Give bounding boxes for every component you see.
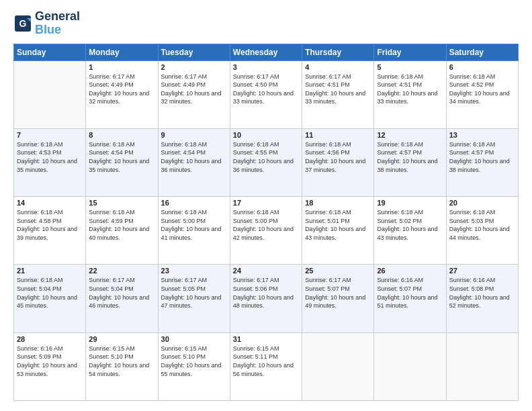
day-info: Sunrise: 6:16 AM Sunset: 5:08 PM Dayligh…	[449, 276, 515, 310]
calendar-table: SundayMondayTuesdayWednesdayThursdayFrid…	[13, 44, 519, 401]
day-number: 16	[161, 199, 227, 207]
calendar-cell	[446, 332, 518, 400]
calendar-cell: 6Sunrise: 6:18 AM Sunset: 4:52 PM Daylig…	[446, 60, 518, 128]
day-info: Sunrise: 6:18 AM Sunset: 4:57 PM Dayligh…	[377, 140, 443, 174]
weekday-header: Monday	[86, 44, 158, 60]
day-info: Sunrise: 6:18 AM Sunset: 4:51 PM Dayligh…	[377, 73, 443, 106]
calendar-cell: 18Sunrise: 6:18 AM Sunset: 5:01 PM Dayli…	[302, 197, 374, 265]
logo: G GeneralBlue	[13, 10, 80, 37]
calendar-week-row: 1Sunrise: 6:17 AM Sunset: 4:49 PM Daylig…	[14, 60, 519, 128]
day-info: Sunrise: 6:17 AM Sunset: 5:07 PM Dayligh…	[305, 276, 371, 310]
day-number: 21	[17, 267, 83, 275]
day-info: Sunrise: 6:17 AM Sunset: 5:05 PM Dayligh…	[161, 276, 227, 310]
day-number: 31	[233, 335, 299, 343]
day-number: 13	[449, 131, 515, 139]
calendar-week-row: 7Sunrise: 6:18 AM Sunset: 4:53 PM Daylig…	[14, 128, 519, 196]
day-info: Sunrise: 6:18 AM Sunset: 4:53 PM Dayligh…	[17, 140, 83, 174]
calendar-cell	[14, 60, 86, 128]
day-number: 4	[305, 63, 371, 71]
day-info: Sunrise: 6:16 AM Sunset: 5:07 PM Dayligh…	[377, 276, 443, 310]
day-number: 14	[17, 199, 83, 207]
calendar-cell: 4Sunrise: 6:17 AM Sunset: 4:51 PM Daylig…	[302, 60, 374, 128]
day-info: Sunrise: 6:18 AM Sunset: 5:04 PM Dayligh…	[17, 276, 83, 310]
calendar-cell	[302, 332, 374, 400]
day-number: 2	[161, 63, 227, 71]
calendar-cell: 15Sunrise: 6:18 AM Sunset: 4:59 PM Dayli…	[86, 197, 158, 265]
day-info: Sunrise: 6:18 AM Sunset: 4:52 PM Dayligh…	[449, 73, 515, 106]
calendar-cell: 2Sunrise: 6:17 AM Sunset: 4:49 PM Daylig…	[158, 60, 230, 128]
calendar-cell: 8Sunrise: 6:18 AM Sunset: 4:54 PM Daylig…	[86, 128, 158, 196]
calendar-cell: 3Sunrise: 6:17 AM Sunset: 4:50 PM Daylig…	[230, 60, 302, 128]
day-info: Sunrise: 6:18 AM Sunset: 4:55 PM Dayligh…	[233, 140, 299, 174]
day-info: Sunrise: 6:18 AM Sunset: 5:03 PM Dayligh…	[449, 208, 515, 242]
day-info: Sunrise: 6:18 AM Sunset: 4:57 PM Dayligh…	[449, 140, 515, 174]
day-number: 8	[89, 131, 154, 139]
calendar-cell: 10Sunrise: 6:18 AM Sunset: 4:55 PM Dayli…	[230, 128, 302, 196]
calendar-cell: 28Sunrise: 6:16 AM Sunset: 5:09 PM Dayli…	[14, 332, 86, 400]
day-info: Sunrise: 6:18 AM Sunset: 5:02 PM Dayligh…	[377, 208, 443, 242]
calendar-cell: 14Sunrise: 6:18 AM Sunset: 4:58 PM Dayli…	[14, 197, 86, 265]
day-info: Sunrise: 6:15 AM Sunset: 5:10 PM Dayligh…	[161, 345, 227, 378]
calendar-cell	[374, 332, 446, 400]
day-number: 9	[161, 131, 227, 139]
day-number: 27	[449, 267, 515, 275]
day-info: Sunrise: 6:17 AM Sunset: 5:06 PM Dayligh…	[233, 276, 299, 310]
day-number: 20	[449, 199, 515, 207]
header: G GeneralBlue	[13, 10, 519, 37]
day-number: 7	[17, 131, 83, 139]
calendar-week-row: 14Sunrise: 6:18 AM Sunset: 4:58 PM Dayli…	[14, 197, 519, 265]
weekday-header: Wednesday	[230, 44, 302, 60]
calendar-cell: 7Sunrise: 6:18 AM Sunset: 4:53 PM Daylig…	[14, 128, 86, 196]
page: G GeneralBlue SundayMondayTuesdayWednesd…	[0, 0, 532, 411]
calendar-cell: 31Sunrise: 6:15 AM Sunset: 5:11 PM Dayli…	[230, 332, 302, 400]
day-number: 24	[233, 267, 299, 275]
day-info: Sunrise: 6:17 AM Sunset: 4:49 PM Dayligh…	[89, 73, 154, 106]
calendar-cell: 17Sunrise: 6:18 AM Sunset: 5:00 PM Dayli…	[230, 197, 302, 265]
day-number: 3	[233, 63, 299, 71]
calendar-cell: 27Sunrise: 6:16 AM Sunset: 5:08 PM Dayli…	[446, 265, 518, 332]
day-number: 12	[377, 131, 443, 139]
calendar-cell: 19Sunrise: 6:18 AM Sunset: 5:02 PM Dayli…	[374, 197, 446, 265]
calendar-cell: 20Sunrise: 6:18 AM Sunset: 5:03 PM Dayli…	[446, 197, 518, 265]
weekday-header: Sunday	[14, 44, 86, 60]
calendar-week-row: 21Sunrise: 6:18 AM Sunset: 5:04 PM Dayli…	[14, 265, 519, 332]
day-info: Sunrise: 6:18 AM Sunset: 5:00 PM Dayligh…	[233, 208, 299, 242]
day-info: Sunrise: 6:17 AM Sunset: 5:04 PM Dayligh…	[89, 276, 154, 310]
day-info: Sunrise: 6:17 AM Sunset: 4:50 PM Dayligh…	[233, 73, 299, 106]
day-number: 18	[305, 199, 371, 207]
day-info: Sunrise: 6:18 AM Sunset: 4:54 PM Dayligh…	[161, 140, 227, 174]
day-number: 11	[305, 131, 371, 139]
weekday-header: Tuesday	[158, 44, 230, 60]
day-info: Sunrise: 6:15 AM Sunset: 5:11 PM Dayligh…	[233, 345, 299, 378]
day-info: Sunrise: 6:18 AM Sunset: 5:01 PM Dayligh…	[305, 208, 371, 242]
logo-icon: G	[13, 14, 32, 33]
day-info: Sunrise: 6:18 AM Sunset: 4:54 PM Dayligh…	[89, 140, 154, 174]
day-number: 28	[17, 335, 83, 343]
day-number: 25	[305, 267, 371, 275]
day-number: 1	[89, 63, 154, 71]
day-number: 15	[89, 199, 154, 207]
day-number: 30	[161, 335, 227, 343]
calendar-cell: 24Sunrise: 6:17 AM Sunset: 5:06 PM Dayli…	[230, 265, 302, 332]
day-number: 22	[89, 267, 154, 275]
calendar-cell: 9Sunrise: 6:18 AM Sunset: 4:54 PM Daylig…	[158, 128, 230, 196]
calendar-cell: 22Sunrise: 6:17 AM Sunset: 5:04 PM Dayli…	[86, 265, 158, 332]
calendar-cell: 30Sunrise: 6:15 AM Sunset: 5:10 PM Dayli…	[158, 332, 230, 400]
calendar-header-row: SundayMondayTuesdayWednesdayThursdayFrid…	[14, 44, 519, 60]
calendar-cell: 25Sunrise: 6:17 AM Sunset: 5:07 PM Dayli…	[302, 265, 374, 332]
calendar-cell: 12Sunrise: 6:18 AM Sunset: 4:57 PM Dayli…	[374, 128, 446, 196]
weekday-header: Friday	[374, 44, 446, 60]
day-info: Sunrise: 6:17 AM Sunset: 4:49 PM Dayligh…	[161, 73, 227, 106]
logo-text: GeneralBlue	[35, 10, 80, 37]
weekday-header: Thursday	[302, 44, 374, 60]
day-info: Sunrise: 6:18 AM Sunset: 4:59 PM Dayligh…	[89, 208, 154, 242]
day-number: 19	[377, 199, 443, 207]
day-number: 6	[449, 63, 515, 71]
day-number: 23	[161, 267, 227, 275]
day-info: Sunrise: 6:18 AM Sunset: 4:58 PM Dayligh…	[17, 208, 83, 242]
day-number: 26	[377, 267, 443, 275]
calendar-cell: 11Sunrise: 6:18 AM Sunset: 4:56 PM Dayli…	[302, 128, 374, 196]
calendar-cell: 26Sunrise: 6:16 AM Sunset: 5:07 PM Dayli…	[374, 265, 446, 332]
day-number: 29	[89, 335, 154, 343]
day-info: Sunrise: 6:18 AM Sunset: 4:56 PM Dayligh…	[305, 140, 371, 174]
